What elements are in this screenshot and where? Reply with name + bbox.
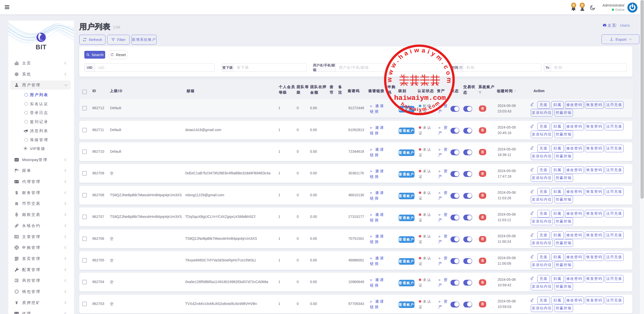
svg-text:$: $ [15, 190, 18, 195]
svg-text:B: B [15, 201, 18, 206]
svg-text:CC: CC [15, 159, 18, 161]
svg-text:haiwaiym.com: haiwaiym.com [394, 94, 446, 102]
svg-text:B: B [15, 213, 18, 217]
svg-text:www.haiwaiym.com: www.haiwaiym.com [386, 46, 453, 83]
svg-text:¥: ¥ [16, 301, 18, 305]
